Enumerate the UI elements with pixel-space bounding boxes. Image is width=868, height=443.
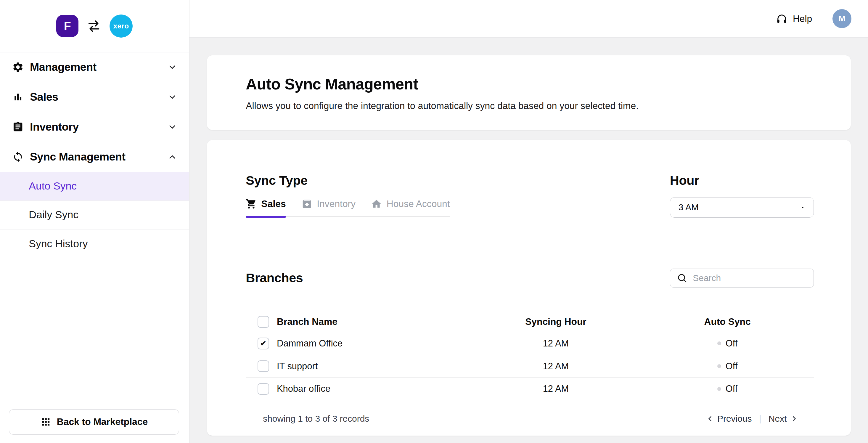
integration-logos: F xero xyxy=(0,0,189,52)
caret-down-icon xyxy=(799,204,806,211)
headset-icon xyxy=(776,13,788,25)
branches-table: Branch Name Syncing Hour Auto Sync ✔ Dam… xyxy=(246,312,814,401)
select-all-checkbox[interactable] xyxy=(257,316,269,327)
topbar: Help M xyxy=(189,0,868,38)
previous-label: Previous xyxy=(717,414,752,424)
search-icon xyxy=(677,273,687,284)
page-subtitle: Allows you to configure the integration … xyxy=(246,100,812,111)
tab-sales[interactable]: Sales xyxy=(246,198,286,217)
hour-section: Hour 3 AM xyxy=(670,173,814,218)
hour-select[interactable]: 3 AM xyxy=(670,197,814,218)
sync-type-heading: Sync Type xyxy=(246,173,450,188)
column-header-syncing-hour: Syncing Hour xyxy=(470,316,642,327)
xero-logo: xero xyxy=(110,14,133,38)
status-dot xyxy=(717,342,721,345)
chevron-down-icon xyxy=(167,92,177,102)
previous-button[interactable]: Previous xyxy=(706,414,752,424)
search-box xyxy=(670,269,814,288)
branches-header-row: Branches xyxy=(246,269,814,288)
sidebar: F xero Management xyxy=(0,0,189,443)
pagination-separator: | xyxy=(759,414,762,424)
chevron-down-icon xyxy=(167,122,177,132)
sidebar-item-management[interactable]: Management xyxy=(0,52,189,82)
sidebar-item-label: Sync Management xyxy=(30,150,126,163)
sidebar-item-label: Management xyxy=(30,61,96,73)
cart-icon xyxy=(246,198,257,209)
tab-label: House Account xyxy=(386,198,450,209)
row-checkbox[interactable] xyxy=(257,383,269,395)
avatar[interactable]: M xyxy=(833,9,851,28)
help-label: Help xyxy=(793,13,812,24)
branches-heading: Branches xyxy=(246,271,303,285)
gear-icon xyxy=(12,61,24,73)
status-dot xyxy=(717,387,721,391)
status-label: Off xyxy=(725,361,738,372)
chevron-left-icon xyxy=(706,415,714,423)
table-row: ✔ Dammam Office 12 AM Off xyxy=(246,332,814,355)
bar-chart-icon xyxy=(12,91,24,103)
records-summary: showing 1 to 3 of 3 records xyxy=(263,414,369,424)
clipboard-icon xyxy=(12,121,24,132)
column-header-auto-sync: Auto Sync xyxy=(642,316,813,327)
sidebar-item-inventory[interactable]: Inventory xyxy=(0,112,189,142)
auto-sync-status: Off xyxy=(642,338,813,349)
tab-inventory[interactable]: Inventory xyxy=(301,198,355,217)
app-root: F xero Management xyxy=(0,0,868,443)
hour-heading: Hour xyxy=(670,173,814,188)
page-title: Auto Sync Management xyxy=(246,75,812,93)
sync-management-submenu: Auto Sync Daily Sync Sync History xyxy=(0,172,189,259)
hour-selected-value: 3 AM xyxy=(679,202,699,212)
home-icon xyxy=(371,198,382,209)
chevron-down-icon xyxy=(167,62,177,72)
sidebar-item-label: Sales xyxy=(30,91,58,104)
sync-icon xyxy=(12,151,24,163)
foodics-logo: F xyxy=(56,15,79,37)
sync-settings-card: Sync Type Sales xyxy=(207,140,851,436)
status-label: Off xyxy=(725,383,738,394)
syncing-hour: 12 AM xyxy=(470,383,642,394)
syncing-hour: 12 AM xyxy=(470,338,642,349)
page-content: Auto Sync Management Allows you to confi… xyxy=(189,38,868,443)
table-row: Khobar office 12 AM Off xyxy=(246,378,814,401)
column-header-branch-name: Branch Name xyxy=(277,316,470,327)
search-input[interactable] xyxy=(692,272,808,284)
next-label: Next xyxy=(769,414,787,424)
status-label: Off xyxy=(725,338,738,349)
status-dot xyxy=(717,364,721,368)
sync-type-section: Sync Type Sales xyxy=(246,173,450,217)
page-header-card: Auto Sync Management Allows you to confi… xyxy=(207,55,851,130)
row-checkbox[interactable]: ✔ xyxy=(257,337,269,349)
sidebar-item-daily-sync[interactable]: Daily Sync xyxy=(0,201,189,229)
auto-sync-status: Off xyxy=(642,383,813,394)
tab-label: Inventory xyxy=(317,198,355,209)
tab-label: Sales xyxy=(261,198,286,209)
row-checkbox[interactable] xyxy=(257,360,269,372)
table-header-row: Branch Name Syncing Hour Auto Sync xyxy=(246,312,814,332)
sidebar-item-sales[interactable]: Sales xyxy=(0,82,189,112)
branch-name: Khobar office xyxy=(277,383,470,394)
back-to-marketplace-label: Back to Marketplace xyxy=(57,416,148,427)
sync-type-tabs: Sales Inventory xyxy=(246,198,450,218)
tab-house-account[interactable]: House Account xyxy=(371,198,450,217)
pagination: Previous | Next xyxy=(706,414,799,424)
sidebar-item-label: Inventory xyxy=(30,120,79,133)
branch-name: IT support xyxy=(277,361,470,372)
sidebar-menu: Management Sales Inventory xyxy=(0,52,189,259)
syncing-hour: 12 AM xyxy=(470,361,642,372)
swap-arrows-icon xyxy=(87,19,101,33)
chevron-right-icon xyxy=(790,415,799,423)
archive-icon xyxy=(301,198,312,209)
back-to-marketplace-button[interactable]: Back to Marketplace xyxy=(9,409,179,435)
chevron-up-icon xyxy=(167,152,177,162)
table-row: IT support 12 AM Off xyxy=(246,355,814,378)
apps-grid-icon xyxy=(40,416,51,427)
main-area: Help M Auto Sync Management Allows you t… xyxy=(189,0,868,443)
sidebar-item-sync-management[interactable]: Sync Management xyxy=(0,142,189,172)
sidebar-item-auto-sync[interactable]: Auto Sync xyxy=(0,172,189,201)
auto-sync-status: Off xyxy=(642,361,813,372)
help-button[interactable]: Help xyxy=(776,13,812,25)
sidebar-item-sync-history[interactable]: Sync History xyxy=(0,229,189,258)
next-button[interactable]: Next xyxy=(769,414,799,424)
table-footer: showing 1 to 3 of 3 records Previous | N… xyxy=(246,414,814,424)
branch-name: Dammam Office xyxy=(277,338,470,349)
